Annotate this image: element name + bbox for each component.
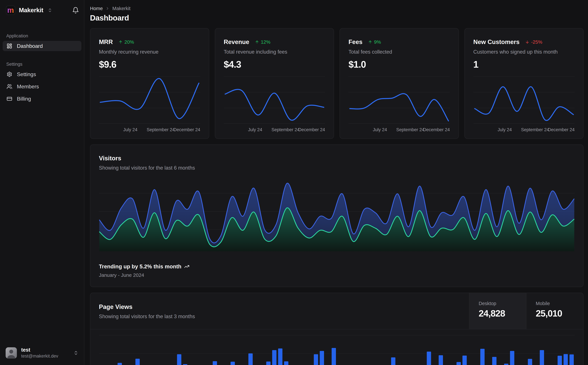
- sidebar-item-label: Billing: [17, 96, 31, 102]
- x-axis-label: July 24: [123, 127, 138, 132]
- stat-card-value: $9.6: [99, 59, 200, 70]
- credit-card-icon: [7, 96, 12, 102]
- notifications-bell-icon[interactable]: [72, 7, 79, 14]
- x-axis-label: September 24: [521, 127, 549, 132]
- page-views-tabs: Desktop 24,828 Mobile 25,010: [469, 293, 583, 329]
- trend-badge-value: 12%: [261, 38, 270, 46]
- trend-summary-text: Trending up by 5.2% this month: [99, 263, 181, 270]
- trend-badge: -25%: [525, 38, 542, 46]
- stat-card-title: MRR: [99, 38, 113, 46]
- trend-badge-value: 20%: [125, 38, 134, 46]
- trend-badge-value: 9%: [374, 38, 381, 46]
- x-axis-labels: July 24 September 24 December 24: [473, 126, 575, 133]
- arrow-up-icon: [368, 40, 372, 44]
- page-views-card: Page Views Showing total visitors for th…: [90, 293, 583, 365]
- stat-card-title: Revenue: [224, 38, 249, 46]
- arrow-down-icon: [525, 40, 529, 44]
- arrow-up-icon: [255, 40, 259, 44]
- sparkline-chart: [473, 74, 575, 125]
- chevrons-up-down-icon: [73, 351, 78, 355]
- avatar: [6, 347, 17, 358]
- stat-card-value: $1.0: [348, 59, 450, 70]
- stat-card-subtitle: Customers who signed up this month: [473, 49, 575, 55]
- chevron-right-icon: [105, 6, 110, 11]
- chevrons-up-down-icon[interactable]: [48, 8, 52, 13]
- makerkit-dashboard-app: m Makerkit Application Dashboard Setting…: [0, 0, 588, 365]
- tab-value: 24,828: [479, 308, 521, 318]
- stat-card-title: Fees: [348, 38, 362, 46]
- visitors-area-chart: [99, 179, 574, 251]
- user-menu[interactable]: test test@makerkit.dev: [3, 345, 81, 360]
- makerkit-logo: m: [6, 6, 15, 15]
- sidebar-item-label: Settings: [17, 71, 36, 77]
- sidebar-item-label: Members: [17, 84, 39, 90]
- stat-card-grid: MRR 20% Monthly recurring revenue $9.6 J…: [90, 28, 583, 139]
- makerkit-logo-letter: m: [7, 7, 14, 14]
- x-axis-label: December 24: [298, 127, 325, 132]
- workspace-switcher[interactable]: m Makerkit: [0, 0, 84, 15]
- stat-card-subtitle: Total fees collected: [348, 49, 450, 55]
- sidebar-item-billing[interactable]: Billing: [3, 94, 81, 104]
- tab-value: 25,010: [536, 308, 578, 318]
- trend-summary: Trending up by 5.2% this month: [99, 263, 574, 270]
- x-axis-labels: July 24 September 24 December 24: [224, 126, 325, 133]
- stat-card-subtitle: Monthly recurring revenue: [99, 49, 200, 55]
- visitors-subtitle: Showing total visitors for the last 6 mo…: [99, 165, 574, 171]
- stat-card-title: New Customers: [473, 38, 520, 46]
- trend-badge: 12%: [255, 38, 270, 46]
- x-axis-label: July 24: [373, 127, 387, 132]
- stat-card-mrr: MRR 20% Monthly recurring revenue $9.6 J…: [90, 28, 209, 139]
- tab-mobile[interactable]: Mobile 25,010: [526, 293, 583, 329]
- nav-section-label-application: Application: [6, 33, 81, 39]
- stat-card-value: 1: [473, 59, 575, 70]
- sidebar-item-settings[interactable]: Settings: [3, 69, 81, 79]
- tab-desktop[interactable]: Desktop 24,828: [469, 293, 526, 329]
- stat-card-header: MRR 20%: [99, 38, 200, 46]
- stat-card-header: Fees 9%: [348, 38, 450, 46]
- breadcrumb: Home Makerkit: [90, 6, 583, 11]
- sparkline-chart: [99, 74, 200, 125]
- nav-section-label-settings: Settings: [6, 62, 81, 67]
- trend-badge: 9%: [368, 38, 381, 46]
- breadcrumb-home-link[interactable]: Home: [90, 6, 103, 11]
- stat-card-subtitle: Total revenue including fees: [224, 49, 325, 55]
- stat-card-header: Revenue 12%: [224, 38, 325, 46]
- page-views-header-text: Page Views Showing total visitors for th…: [90, 293, 469, 329]
- sparkline-chart: [224, 74, 325, 125]
- date-range: January - June 2024: [99, 272, 574, 278]
- users-icon: [7, 84, 12, 89]
- stat-card-value: $4.3: [224, 59, 325, 70]
- sidebar-item-label: Dashboard: [17, 43, 43, 49]
- x-axis-label: July 24: [498, 127, 512, 132]
- user-name: test: [21, 347, 58, 353]
- sidebar-nav: Application Dashboard Settings Settings …: [0, 33, 84, 104]
- sparkline-chart: [348, 74, 450, 125]
- stat-card-fees: Fees 9% Total fees collected $1.0 July 2…: [339, 28, 459, 139]
- brand-name: Makerkit: [19, 7, 43, 14]
- page-views-title: Page Views: [99, 303, 460, 311]
- sidebar: m Makerkit Application Dashboard Setting…: [0, 0, 84, 365]
- page-views-subtitle: Showing total visitors for the last 3 mo…: [99, 314, 460, 320]
- arrow-up-icon: [118, 40, 123, 44]
- x-axis-label: July 24: [248, 127, 262, 132]
- page-views-header: Page Views Showing total visitors for th…: [90, 293, 583, 330]
- tab-label: Desktop: [479, 301, 521, 306]
- x-axis-label: September 24: [271, 127, 299, 132]
- breadcrumb-current: Makerkit: [112, 6, 131, 11]
- x-axis-label: December 24: [423, 127, 450, 132]
- layout-dashboard-icon: [7, 43, 12, 49]
- visitors-card: Visitors Showing total visitors for the …: [90, 144, 583, 287]
- x-axis-label: December 24: [173, 127, 200, 132]
- x-axis-labels: July 24 September 24 December 24: [348, 126, 450, 133]
- main-content: Home Makerkit Dashboard MRR 20% Monthly …: [84, 0, 588, 365]
- x-axis-labels: July 24 September 24 December 24: [99, 126, 200, 133]
- stat-card-revenue: Revenue 12% Total revenue including fees…: [215, 28, 334, 139]
- x-axis-label: September 24: [396, 127, 424, 132]
- stat-card-new-customers: New Customers -25% Customers who signed …: [464, 28, 584, 139]
- x-axis-label: September 24: [147, 127, 175, 132]
- sidebar-item-members[interactable]: Members: [3, 81, 81, 92]
- trending-up-icon: [184, 264, 189, 269]
- user-email: test@makerkit.dev: [21, 354, 58, 359]
- sidebar-item-dashboard[interactable]: Dashboard: [3, 41, 81, 51]
- tab-label: Mobile: [536, 301, 578, 306]
